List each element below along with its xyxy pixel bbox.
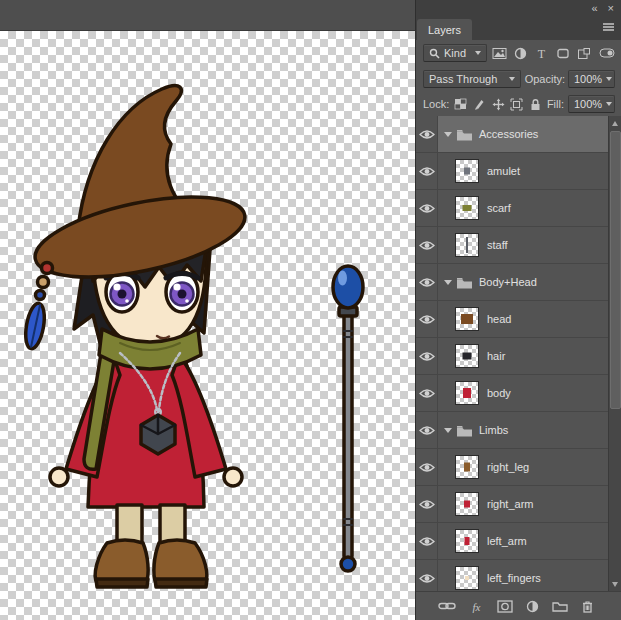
visibility-toggle[interactable] (416, 227, 438, 263)
kind-filter-select[interactable]: Kind (423, 44, 487, 62)
character-art (23, 86, 252, 587)
visibility-toggle[interactable] (416, 153, 438, 189)
visibility-toggle[interactable] (416, 301, 438, 337)
layer-name[interactable]: head (487, 313, 511, 325)
eye-icon (419, 536, 435, 547)
layer-name[interactable]: staff (487, 239, 508, 251)
delete-layer-icon[interactable] (581, 600, 594, 613)
visibility-toggle[interactable] (416, 523, 438, 559)
layer-name[interactable]: Accessories (479, 128, 538, 140)
eye-icon (419, 573, 435, 584)
layer-row[interactable]: head (416, 301, 621, 338)
lock-transparent-pixels-icon[interactable] (453, 97, 468, 112)
layers-list: Accessories amulet scarf (416, 116, 621, 592)
layer-name[interactable]: right_leg (487, 461, 529, 473)
layer-thumbnail[interactable] (455, 529, 479, 553)
layer-name[interactable]: body (487, 387, 511, 399)
layer-row[interactable]: staff (416, 227, 621, 264)
add-layer-style-icon[interactable]: fx (469, 600, 484, 613)
eye-icon (419, 240, 435, 251)
layer-filtering-toggle-icon[interactable] (598, 45, 615, 62)
layer-thumbnail[interactable] (455, 492, 479, 516)
layer-row[interactable]: amulet (416, 153, 621, 190)
blend-mode-select[interactable]: Pass Through (423, 70, 521, 88)
lock-image-pixels-icon[interactable] (472, 97, 487, 112)
adjustment-layer-filter-icon[interactable] (512, 45, 529, 62)
layer-row[interactable]: left_arm (416, 523, 621, 560)
layer-thumbnail[interactable] (455, 307, 479, 331)
document-tab-bar (0, 0, 415, 31)
visibility-toggle[interactable] (416, 375, 438, 411)
layer-name[interactable]: Body+Head (479, 276, 537, 288)
layer-row[interactable]: right_arm (416, 486, 621, 523)
visibility-toggle[interactable] (416, 486, 438, 522)
visibility-toggle[interactable] (416, 116, 438, 152)
layer-row[interactable]: body (416, 375, 621, 412)
add-layer-mask-icon[interactable] (497, 600, 513, 613)
layer-row[interactable]: scarf (416, 190, 621, 227)
visibility-toggle[interactable] (416, 560, 438, 592)
layer-row[interactable]: hair (416, 338, 621, 375)
lock-artboard-nesting-icon[interactable] (509, 97, 524, 112)
layers-panel: « × Layers Kind T (415, 0, 621, 620)
new-adjustment-layer-icon[interactable] (526, 600, 539, 613)
document-canvas[interactable] (0, 31, 415, 620)
eye-icon (419, 277, 435, 288)
type-layer-filter-icon[interactable]: T (533, 45, 550, 62)
layer-thumbnail[interactable] (455, 566, 479, 590)
layer-row[interactable]: right_leg (416, 449, 621, 486)
chevron-down-icon (606, 102, 612, 106)
thumbnail-art (465, 537, 470, 545)
visibility-toggle[interactable] (416, 338, 438, 374)
scrollbar-thumb[interactable] (610, 131, 621, 409)
layer-thumbnail[interactable] (455, 196, 479, 220)
scroll-up-icon[interactable] (612, 121, 618, 126)
link-layers-icon[interactable] (438, 601, 456, 611)
chevron-down-icon (475, 51, 481, 55)
group-row[interactable]: Limbs (416, 412, 621, 449)
layer-name[interactable]: right_arm (487, 498, 533, 510)
new-group-icon[interactable] (552, 600, 568, 612)
visibility-toggle[interactable] (416, 412, 438, 448)
layer-thumbnail[interactable] (455, 455, 479, 479)
layer-name[interactable]: hair (487, 350, 505, 362)
scroll-down-icon[interactable] (612, 582, 618, 587)
lock-all-icon[interactable] (528, 97, 543, 112)
layer-thumbnail[interactable] (455, 159, 479, 183)
folder-icon (456, 276, 473, 289)
layer-thumbnail[interactable] (455, 381, 479, 405)
layer-thumbnail[interactable] (455, 233, 479, 257)
fill-value: 100% (574, 98, 602, 110)
panel-collapse-icon[interactable]: « (591, 3, 597, 14)
layer-name[interactable]: Limbs (479, 424, 508, 436)
panel-menu-icon[interactable] (602, 22, 615, 34)
layer-name[interactable]: scarf (487, 202, 511, 214)
visibility-toggle[interactable] (416, 264, 438, 300)
eye-icon (419, 388, 435, 399)
visibility-toggle[interactable] (416, 190, 438, 226)
layer-name[interactable]: left_arm (487, 535, 527, 547)
svg-text:fx: fx (473, 601, 481, 613)
layer-row[interactable]: left_fingers (416, 560, 621, 592)
opacity-value: 100% (574, 73, 602, 85)
lock-position-icon[interactable] (491, 97, 506, 112)
eye-icon (419, 129, 435, 140)
layer-thumbnail[interactable] (455, 344, 479, 368)
fill-select[interactable]: 100% (568, 95, 615, 113)
layer-name[interactable]: amulet (487, 165, 520, 177)
pixel-layer-filter-icon[interactable] (491, 45, 508, 62)
visibility-toggle[interactable] (416, 449, 438, 485)
staff-art (333, 266, 363, 571)
group-expand-caret-icon[interactable] (444, 132, 452, 137)
layer-name[interactable]: left_fingers (487, 572, 541, 584)
shape-layer-filter-icon[interactable] (554, 45, 571, 62)
group-row[interactable]: Body+Head (416, 264, 621, 301)
opacity-select[interactable]: 100% (568, 70, 615, 88)
panel-close-icon[interactable]: × (608, 3, 614, 14)
tab-layers[interactable]: Layers (417, 19, 472, 40)
group-row[interactable]: Accessories (416, 116, 621, 153)
smart-object-filter-icon[interactable] (575, 45, 592, 62)
group-expand-caret-icon[interactable] (444, 428, 452, 433)
group-expand-caret-icon[interactable] (444, 280, 452, 285)
layers-scrollbar[interactable] (608, 116, 621, 592)
